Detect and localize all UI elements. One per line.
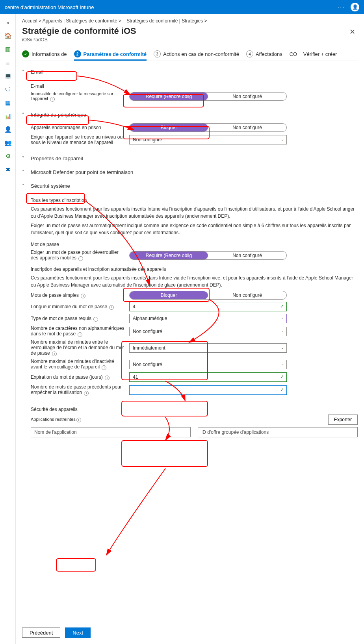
- info-icon[interactable]: i: [102, 365, 106, 370]
- maxlock-select[interactable]: Immédiatement ⌄: [129, 343, 287, 353]
- info-icon[interactable]: i: [78, 256, 83, 261]
- simple-toggle[interactable]: Bloquer Non configuré: [129, 291, 287, 300]
- section-defender-title: Microsoft Defender pour point de termina…: [31, 169, 133, 175]
- section-defender-header[interactable]: ˅ Microsoft Defender pour point de termi…: [22, 167, 358, 178]
- nonalpha-value: Non configuré: [133, 329, 162, 334]
- jailbroken-toggle[interactable]: Bloquer Non configuré: [129, 123, 287, 132]
- chevron-up-icon: ˄: [22, 183, 28, 189]
- maxlock-value: Immédiatement: [133, 345, 165, 351]
- threat-label: Exiger que l'appareil se trouve au nivea…: [31, 134, 125, 145]
- wizard-steps: ✓Informations de 2Paramètres de conformi…: [22, 50, 358, 61]
- simple-block-pill[interactable]: Bloquer: [130, 291, 208, 299]
- prev-value[interactable]: [133, 387, 278, 393]
- step-assignments-label: Affectations: [256, 51, 282, 57]
- page-title: Stratégie de conformité iOS: [22, 26, 136, 36]
- info-icon[interactable]: i: [109, 305, 114, 310]
- info-icon[interactable]: i: [93, 317, 98, 322]
- minlen-value[interactable]: [133, 304, 278, 309]
- appname-input[interactable]: Nom de l'application: [31, 427, 191, 437]
- info-icon[interactable]: i: [84, 391, 89, 396]
- simple-notconfig-pill[interactable]: Non configuré: [208, 291, 286, 299]
- email-toggle[interactable]: Require (Rendre oblig Non configuré: [129, 92, 287, 101]
- bc-devices[interactable]: Appareils | Stratégies de conformité >: [43, 18, 121, 24]
- maxidle-select[interactable]: Non configuré ⌄: [129, 360, 287, 369]
- nav-reports-icon[interactable]: 📊: [0, 109, 16, 123]
- export-button[interactable]: Exporter: [328, 415, 358, 425]
- email-require-pill[interactable]: Require (Rendre oblig: [130, 93, 208, 100]
- devicesec-h: Sécurité des appareils: [31, 407, 358, 412]
- bundleid-input[interactable]: ID d'offre groupée d'applications: [198, 427, 358, 437]
- syssec-auto-h: Inscription des appareils et inscription…: [31, 266, 358, 272]
- portal-title: centre d'administration Microsoft Intune: [5, 4, 338, 10]
- bc-policies[interactable]: Stratégies de conformité | Stratégies >: [126, 18, 207, 24]
- prev-input[interactable]: [129, 385, 287, 395]
- step-noncompliance[interactable]: 3Actions en cas de non-conformité: [154, 50, 239, 61]
- reqpwd-toggle[interactable]: Require (Rendre oblig Non configuré: [129, 251, 287, 260]
- previous-button[interactable]: Précédent: [22, 627, 60, 638]
- syssec-para1: Ces paramètres fonctionnent pour les app…: [31, 205, 358, 220]
- jailbroken-block-pill[interactable]: Bloquer: [130, 124, 208, 131]
- threat-select[interactable]: Non configuré ⌄: [129, 135, 287, 144]
- chevron-down-icon: ˅: [22, 170, 28, 175]
- pwtype-value: Alphanumérique: [133, 316, 167, 321]
- info-icon[interactable]: i: [105, 376, 110, 380]
- left-nav: » 🏠 ▥ ≡ 💻 🛡 ▦ 📊 👤 👥 ⚙ ✖: [0, 14, 16, 644]
- syssec-password-h: Mot de passe: [31, 242, 358, 247]
- info-icon[interactable]: i: [81, 294, 85, 298]
- section-syssec-title: Sécurité système: [31, 183, 70, 189]
- jailbroken-label: Appareils endommagés en prison: [31, 125, 125, 130]
- nav-devices-icon[interactable]: 💻: [0, 69, 16, 83]
- syssec-para3: Ces paramètres fonctionnent pour les app…: [31, 274, 358, 289]
- nav-all-icon[interactable]: ≡: [0, 56, 16, 69]
- nav-groups-icon[interactable]: 👥: [0, 136, 16, 150]
- more-icon[interactable]: ···: [338, 4, 345, 11]
- maxidle-label: Nombre maximal de minutes d'inactivité a…: [31, 359, 125, 370]
- nav-troubleshoot-icon[interactable]: ✖: [0, 163, 16, 176]
- expire-value[interactable]: [133, 374, 278, 380]
- nav-security-icon[interactable]: 🛡: [0, 83, 16, 96]
- step-review-label: Vérifier + créer: [303, 51, 337, 57]
- chevron-down-icon: ⌄: [281, 362, 284, 366]
- step-assignments[interactable]: 4Affectations: [246, 50, 282, 61]
- nav-dashboard-icon[interactable]: ▥: [0, 43, 16, 56]
- next-button[interactable]: Next: [65, 627, 91, 638]
- info-icon[interactable]: i: [52, 352, 57, 356]
- section-health-title: Intégrité du périphérique: [31, 112, 86, 118]
- section-syssec-header[interactable]: ˄ Sécurité système: [22, 181, 358, 191]
- reqpwd-require-pill[interactable]: Require (Rendre oblig: [130, 252, 208, 259]
- nonalpha-select[interactable]: Non configuré ⌄: [129, 327, 287, 336]
- expire-input[interactable]: [129, 372, 287, 382]
- maxlock-label: Nombre maximal de minutes entre le verro…: [31, 339, 125, 356]
- breadcrumb: Accueil > Appareils | Stratégies de conf…: [22, 18, 358, 24]
- step-review[interactable]: CO Vérifier + créer: [290, 51, 337, 60]
- email-notconfig-pill[interactable]: Non configuré: [208, 93, 286, 100]
- nav-apps-icon[interactable]: ▦: [0, 96, 16, 109]
- step-compliance-label: Paramètres de conformité: [84, 51, 147, 57]
- step-compliance[interactable]: 2Paramètres de conformité: [74, 50, 147, 61]
- nav-users-icon[interactable]: 👤: [0, 123, 16, 136]
- jailbroken-notconfig-pill[interactable]: Non configuré: [208, 124, 286, 131]
- restricted-label: Applications restreintesi: [31, 417, 125, 422]
- nav-tenant-icon[interactable]: ⚙: [0, 150, 16, 163]
- page-subtitle: iOS/iPadOS: [22, 37, 136, 43]
- nav-expand-icon[interactable]: »: [0, 16, 16, 29]
- close-icon[interactable]: ✕: [347, 26, 358, 38]
- reqpwd-notconfig-pill[interactable]: Non configuré: [208, 252, 286, 259]
- nonalpha-label: Nombre de caractères non alphanumériques…: [31, 326, 125, 337]
- nav-home-icon[interactable]: 🏠: [0, 29, 16, 43]
- minlen-input[interactable]: [129, 302, 287, 311]
- email-sublabel: E-mail: [31, 83, 358, 89]
- bc-home[interactable]: Accueil >: [22, 18, 41, 24]
- info-icon[interactable]: i: [50, 97, 55, 102]
- avatar[interactable]: 👤: [351, 3, 359, 11]
- maxidle-value: Non configuré: [133, 362, 162, 367]
- syssec-allenroll: Tous les types d'inscription: [31, 198, 358, 203]
- section-email-header[interactable]: ˄ Email: [22, 67, 358, 77]
- section-props-header[interactable]: ˅ Propriétés de l'appareil: [22, 153, 358, 164]
- info-icon[interactable]: i: [78, 332, 82, 337]
- minlen-label: Longueur minimale du mot de passe i: [31, 304, 125, 310]
- section-health-header[interactable]: ˄ Intégrité du périphérique: [22, 109, 358, 120]
- step-basics[interactable]: ✓Informations de: [22, 50, 67, 61]
- pwtype-select[interactable]: Alphanumérique ⌄: [129, 314, 287, 323]
- info-icon[interactable]: i: [76, 418, 81, 422]
